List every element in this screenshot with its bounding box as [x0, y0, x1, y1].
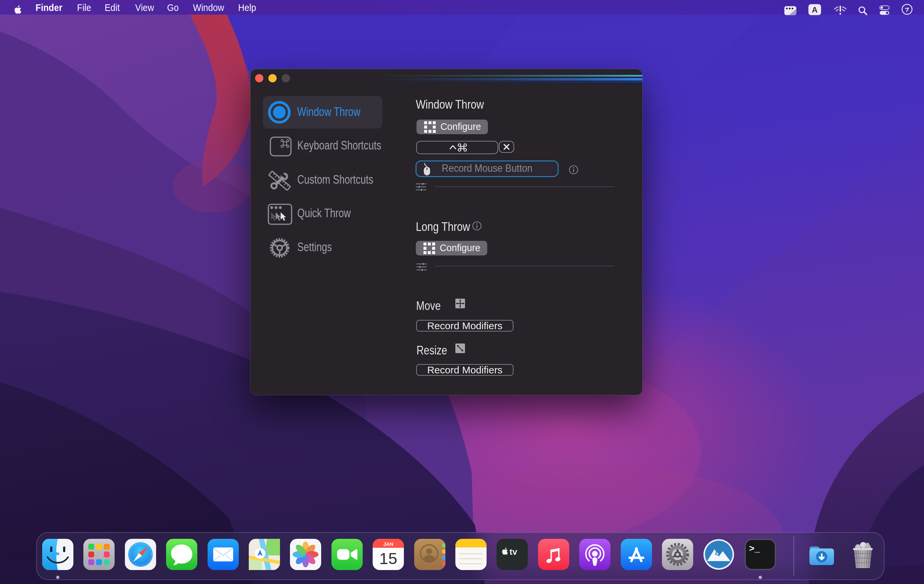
svg-text:15: 15 — [379, 549, 398, 568]
svg-text:A: A — [812, 5, 817, 14]
svg-text:JAN: JAN — [383, 541, 393, 547]
svg-text:tv: tv — [510, 547, 518, 557]
svg-text:>_: >_ — [749, 544, 760, 554]
